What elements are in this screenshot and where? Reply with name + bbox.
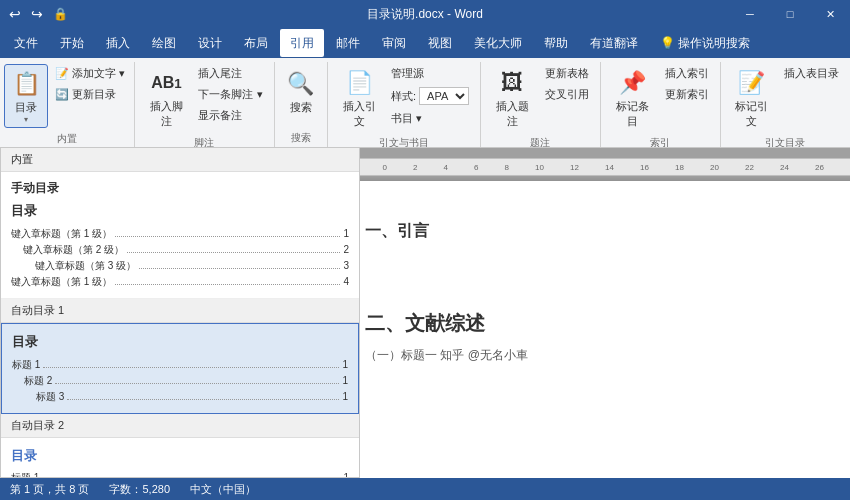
authority-small-buttons: 插入表目录: [779, 64, 844, 83]
mark-citation-button[interactable]: 📝 标记引文: [727, 64, 777, 132]
toc-section-label: 内置: [1, 148, 359, 172]
cross-reference-label: 交叉引用: [545, 87, 589, 102]
minimize-button[interactable]: ─: [730, 0, 770, 28]
mark-citation-icon: 📝: [736, 67, 768, 99]
page-info: 第 1 页，共 8 页: [10, 482, 89, 497]
document-area: -4-2024 68101214 1618202224 262830 一、引言 …: [360, 148, 850, 478]
menu-design[interactable]: 设计: [188, 29, 232, 57]
menu-search[interactable]: 💡 操作说明搜索: [650, 29, 760, 57]
style-dropdown[interactable]: 样式: APA: [386, 85, 474, 107]
insert-index-button[interactable]: 插入索引: [660, 64, 714, 83]
auto2-toc-option[interactable]: 目录 标题 1 1 标题 2 1 标题 3 1: [1, 438, 359, 478]
insert-table-auth-button[interactable]: 插入表目录: [779, 64, 844, 83]
auto1-toc-option[interactable]: 目录 标题 1 1 标题 2 1 标题 3 1: [1, 323, 359, 414]
citation-group-content: 📄 插入引文 管理源 样式: APA 书目 ▾: [334, 62, 474, 134]
update-index-button[interactable]: 更新索引: [660, 85, 714, 104]
menu-insert[interactable]: 插入: [96, 29, 140, 57]
ribbon-group-caption: 🖼 插入题注 更新表格 交叉引用 题注: [481, 62, 601, 147]
menu-file[interactable]: 文件: [4, 29, 48, 57]
close-button[interactable]: ✕: [810, 0, 850, 28]
update-table-label: 更新表格: [545, 66, 589, 81]
footnote-small-buttons: 插入尾注 下一条脚注 ▾ 显示备注: [193, 64, 267, 125]
document-page: 一、引言 二、文献综述 （一）标题一 知乎 @无名小車: [360, 181, 850, 478]
search-button[interactable]: 🔍 搜索: [280, 64, 322, 119]
toc-small-buttons: 📝 添加文字 ▾ 🔄 更新目录: [50, 64, 130, 104]
update-table-button[interactable]: 更新表格: [540, 64, 594, 83]
footnote-icon: AB1: [150, 67, 182, 99]
window-title: 目录说明.docx - Word: [367, 6, 483, 23]
manual-toc-option[interactable]: 手动目录 目录 键入章标题（第 1 级） 1 键入章标题（第 2 级） 2 键入…: [1, 172, 359, 299]
menu-view[interactable]: 视图: [418, 29, 462, 57]
style-select[interactable]: APA: [419, 87, 469, 105]
search-group-content: 🔍 搜索: [280, 62, 322, 129]
ribbon-group-footnote: AB1 插入脚注 插入尾注 下一条脚注 ▾ 显示备注 脚注: [135, 62, 274, 147]
maximize-button[interactable]: □: [770, 0, 810, 28]
style-label: 样式:: [391, 89, 416, 104]
show-notes-button[interactable]: 显示备注: [193, 106, 267, 125]
toc-label: 目录: [15, 100, 37, 115]
bibliography-button[interactable]: 书目 ▾: [386, 109, 474, 128]
menu-home[interactable]: 开始: [50, 29, 94, 57]
doc-text1: （一）标题一 知乎 @无名小車: [365, 347, 845, 364]
menu-review[interactable]: 审阅: [372, 29, 416, 57]
insert-caption-button[interactable]: 🖼 插入题注: [487, 64, 538, 132]
autosave-icon: 🔒: [49, 5, 72, 23]
caption-group-label: 题注: [530, 134, 550, 148]
insert-footnote-button[interactable]: AB1 插入脚注: [141, 64, 191, 132]
language-indicator: 中文（中国）: [190, 482, 256, 497]
ribbon-group-index: 📌 标记条目 插入索引 更新索引 索引: [601, 62, 721, 147]
cross-reference-button[interactable]: 交叉引用: [540, 85, 594, 104]
ribbon-group-search: 🔍 搜索 搜索: [275, 62, 329, 147]
word-count: 字数：5,280: [109, 482, 170, 497]
toc-dropdown-panel: 内置 手动目录 目录 键入章标题（第 1 级） 1 键入章标题（第 2 级） 2…: [0, 148, 360, 478]
menu-references[interactable]: 引用: [280, 29, 324, 57]
add-text-button[interactable]: 📝 添加文字 ▾: [50, 64, 130, 83]
footnote-group-content: AB1 插入脚注 插入尾注 下一条脚注 ▾ 显示备注: [141, 62, 267, 134]
caption-label: 插入题注: [492, 99, 533, 129]
index-small-buttons: 插入索引 更新索引: [660, 64, 714, 104]
toc-button[interactable]: 📋 目录 ▾: [4, 64, 48, 128]
menu-youdao[interactable]: 有道翻译: [580, 29, 648, 57]
mark-entry-button[interactable]: 📌 标记条目: [607, 64, 658, 132]
menu-layout[interactable]: 布局: [234, 29, 278, 57]
insert-table-auth-label: 插入表目录: [784, 66, 839, 81]
next-footnote-button[interactable]: 下一条脚注 ▾: [193, 85, 267, 104]
title-bar: ↩ ↪ 🔒 目录说明.docx - Word ─ □ ✕: [0, 0, 850, 28]
caption-icon: 🖼: [496, 67, 528, 99]
mark-entry-icon: 📌: [616, 67, 648, 99]
toc-icon: 📋: [10, 68, 42, 100]
update-toc-icon: 🔄: [55, 88, 69, 101]
footnote-label: 插入脚注: [146, 99, 186, 129]
search-ribbon-label: 搜索: [290, 100, 312, 115]
insert-endnote-button[interactable]: 插入尾注: [193, 64, 267, 83]
ribbon-group-authority: 📝 标记引文 插入表目录 引文目录: [721, 62, 850, 147]
citation-icon: 📄: [343, 67, 375, 99]
doc-heading2: 二、文献综述: [365, 310, 845, 337]
citation-group-label: 引文与书目: [379, 134, 429, 148]
update-toc-button[interactable]: 🔄 更新目录: [50, 85, 130, 104]
auto2-toc-preview: 目录 标题 1 1 标题 2 1 标题 3 1: [11, 446, 349, 478]
update-index-label: 更新索引: [665, 87, 709, 102]
menu-draw[interactable]: 绘图: [142, 29, 186, 57]
ruler: -4-2024 68101214 1618202224 262830: [360, 158, 850, 176]
menu-beautify[interactable]: 美化大师: [464, 29, 532, 57]
caption-small-buttons: 更新表格 交叉引用: [540, 64, 594, 104]
authority-group-content: 📝 标记引文 插入表目录: [727, 62, 844, 134]
ribbon-group-citation: 📄 插入引文 管理源 样式: APA 书目 ▾ 引文与书目: [328, 62, 481, 147]
menu-mailings[interactable]: 邮件: [326, 29, 370, 57]
content-area: 内置 手动目录 目录 键入章标题（第 1 级） 1 键入章标题（第 2 级） 2…: [0, 148, 850, 478]
redo-button[interactable]: ↪: [27, 4, 47, 24]
add-text-label: 添加文字 ▾: [72, 66, 125, 81]
add-text-icon: 📝: [55, 67, 69, 80]
manual-toc-title: 手动目录: [11, 180, 349, 197]
undo-button[interactable]: ↩: [5, 4, 25, 24]
manage-source-button[interactable]: 管理源: [386, 64, 474, 83]
ribbon: 📋 目录 ▾ 📝 添加文字 ▾ 🔄 更新目录 内置 AB1 插入脚注: [0, 58, 850, 148]
ruler-marks: -4-2024 68101214 1618202224 262830: [360, 163, 850, 172]
insert-citation-button[interactable]: 📄 插入引文: [334, 64, 384, 132]
search-icon: 💡: [660, 36, 675, 50]
manage-source-label: 管理源: [391, 66, 424, 81]
menu-help[interactable]: 帮助: [534, 29, 578, 57]
bibliography-label: 书目 ▾: [391, 111, 422, 126]
status-bar: 第 1 页，共 8 页 字数：5,280 中文（中国）: [0, 478, 850, 500]
